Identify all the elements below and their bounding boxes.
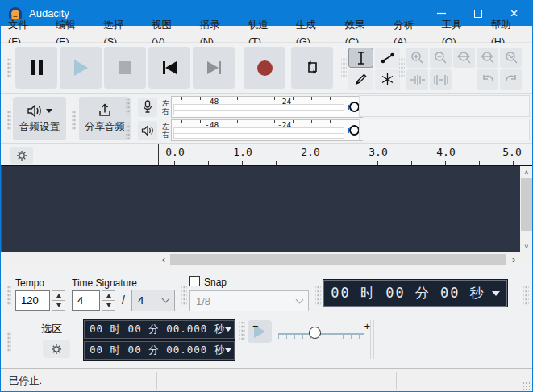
- time-format-dropdown-icon[interactable]: [492, 291, 500, 296]
- audio-position-display[interactable]: 00 时 00 分 00 秒: [323, 280, 507, 307]
- snap-checkbox[interactable]: [189, 276, 200, 286]
- zoom-out-button[interactable]: [430, 48, 452, 68]
- audio-setup-label: 音频设置: [19, 120, 60, 134]
- speaker-small-icon: [141, 125, 154, 136]
- scroll-right-icon[interactable]: ›: [508, 252, 519, 266]
- audio-setup-grip[interactable]: [6, 110, 11, 131]
- skip-to-start-icon: [163, 61, 177, 74]
- playback-meter[interactable]: -48 -24: [171, 119, 363, 141]
- play-icon: [74, 60, 88, 76]
- recording-meter-grip[interactable]: [126, 99, 131, 115]
- undo-icon: [481, 73, 495, 85]
- time-signature-slash: /: [122, 294, 125, 307]
- track-area[interactable]: [1, 166, 520, 252]
- record-button[interactable]: [244, 47, 285, 89]
- timeline-ruler[interactable]: 0.0 1.0 2.0 3.0 4.0 5.0: [158, 144, 532, 165]
- ruler-label-0: 0.0: [165, 146, 184, 158]
- selection-options-button[interactable]: [43, 340, 70, 358]
- stop-button[interactable]: [104, 47, 146, 89]
- zoom-in-button[interactable]: [406, 48, 428, 68]
- transport-toolbar-grip[interactable]: [6, 57, 11, 78]
- horizontal-scrollbar[interactable]: ‹ ›: [1, 252, 532, 266]
- microphone-icon: [143, 100, 152, 114]
- play-at-speed-grip[interactable]: [239, 322, 245, 340]
- time-signature-lower-select[interactable]: 4: [131, 290, 175, 311]
- envelope-tool-button[interactable]: [375, 48, 400, 68]
- menubar: 文件(F) 编辑(E) 选择(S) 视图(V) 播录(N) 轨道(T) 生成(G…: [1, 26, 532, 43]
- fit-project-button[interactable]: [477, 48, 498, 68]
- recording-channel-labels: 左右: [162, 99, 169, 115]
- chevron-down-icon: [296, 295, 304, 303]
- tempo-spin-up-icon[interactable]: [52, 291, 65, 301]
- edit-toolbar: [406, 48, 522, 90]
- edit-toolbar-grip[interactable]: [399, 57, 405, 78]
- undo-button[interactable]: [477, 69, 498, 90]
- skip-to-end-button[interactable]: [193, 47, 235, 89]
- recording-meter[interactable]: -48 -24: [171, 96, 363, 118]
- tempo-spin-down-icon[interactable]: [52, 301, 65, 310]
- time-toolbar-grip-right[interactable]: [523, 285, 529, 306]
- speaker-icon: [27, 104, 43, 118]
- snap-mode-select[interactable]: 1/8: [189, 290, 309, 311]
- play-at-speed-button[interactable]: [248, 320, 272, 343]
- selection-start-value: 00 时 00 分 00.000 秒: [90, 323, 225, 336]
- zoom-toggle-button[interactable]: [500, 48, 522, 68]
- skip-to-start-button[interactable]: [148, 47, 190, 89]
- tempo-input[interactable]: [15, 290, 50, 311]
- edit-toolbar-spacer: [453, 69, 475, 90]
- selection-toolbar-grip[interactable]: [6, 332, 11, 352]
- draw-tool-icon: [354, 73, 368, 86]
- audacity-window: Audacity × 文件(F) 编辑(E) 选择(S) 视图(V) 播录(N)…: [0, 0, 533, 392]
- selection-toolbar: 选区 00 时 00 分 00.000 秒 00 时 00 分 00.000 秒…: [1, 317, 532, 368]
- tempo-spinner[interactable]: [52, 290, 65, 311]
- timeline-options-button[interactable]: [10, 147, 33, 164]
- selection-start-field[interactable]: 00 时 00 分 00.000 秒: [84, 320, 235, 339]
- zoom-to-selection-button[interactable]: [453, 48, 475, 68]
- selection-end-dropdown-icon[interactable]: [225, 348, 231, 352]
- multi-tool-button[interactable]: [375, 69, 400, 90]
- time-signature-label: Time Signature: [72, 277, 137, 289]
- toolbar-row-2: 音频设置 分享音频 左右 -48: [1, 94, 532, 144]
- scroll-left-icon[interactable]: ‹: [158, 252, 169, 266]
- fit-project-icon: [480, 51, 495, 65]
- selection-start-dropdown-icon[interactable]: [225, 327, 231, 332]
- silence-audio-button[interactable]: [430, 69, 452, 90]
- speed-slider-thumb[interactable]: [309, 327, 321, 339]
- tools-toolbar-grip[interactable]: [341, 57, 347, 78]
- play-button[interactable]: [60, 47, 102, 89]
- gear-icon: [51, 344, 62, 355]
- envelope-tool-icon: [381, 52, 395, 65]
- ruler-label-2: 2.0: [301, 146, 319, 158]
- ruler-label-5: 5.0: [502, 146, 521, 158]
- playback-meter-grip[interactable]: [126, 123, 131, 139]
- window-resize-grip[interactable]: [522, 382, 530, 390]
- redo-button[interactable]: [500, 69, 522, 90]
- audio-setup-button[interactable]: 音频设置: [13, 97, 66, 140]
- time-signature-grip[interactable]: [6, 285, 11, 306]
- toolbar-row-1: [1, 43, 532, 94]
- vertical-scrollbar[interactable]: ˄ ˅: [520, 166, 533, 252]
- pause-button[interactable]: [15, 47, 57, 89]
- trim-audio-button[interactable]: [406, 69, 428, 90]
- share-grip[interactable]: [72, 110, 77, 131]
- share-audio-button[interactable]: 分享音频: [79, 97, 131, 140]
- horizontal-scrollbar-thumb[interactable]: [170, 254, 506, 265]
- scroll-up-icon[interactable]: ˄: [520, 166, 533, 178]
- snap-grip[interactable]: [181, 285, 187, 306]
- timesig-spin-up-icon[interactable]: [102, 291, 115, 301]
- time-signature-spinner[interactable]: [102, 290, 115, 311]
- draw-tool-button[interactable]: [348, 69, 373, 90]
- loop-button[interactable]: [291, 47, 333, 89]
- time-toolbar-grip[interactable]: [315, 285, 321, 306]
- time-signature-upper-input[interactable]: [72, 290, 100, 311]
- playback-meter-bars: [173, 127, 344, 139]
- selection-end-field[interactable]: 00 时 00 分 00.000 秒: [84, 341, 235, 360]
- snap-label: Snap: [204, 277, 227, 288]
- timesig-spin-down-icon[interactable]: [102, 301, 115, 310]
- play-speed-slider[interactable]: − +: [278, 320, 364, 343]
- vertical-scrollbar-thumb[interactable]: [521, 178, 532, 231]
- playback-meter-button[interactable]: [138, 121, 157, 140]
- selection-tool-button[interactable]: [348, 48, 373, 68]
- recording-meter-button[interactable]: [138, 98, 157, 117]
- scroll-down-icon[interactable]: ˅: [520, 240, 533, 252]
